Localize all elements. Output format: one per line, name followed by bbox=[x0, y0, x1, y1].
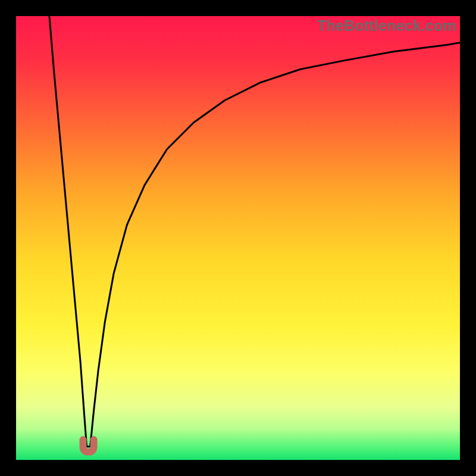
chart-svg bbox=[16, 16, 460, 460]
watermark-text: TheBottleneck.com bbox=[317, 17, 456, 35]
chart-frame: TheBottleneck.com bbox=[0, 0, 476, 476]
plot-area: TheBottleneck.com bbox=[16, 16, 460, 460]
